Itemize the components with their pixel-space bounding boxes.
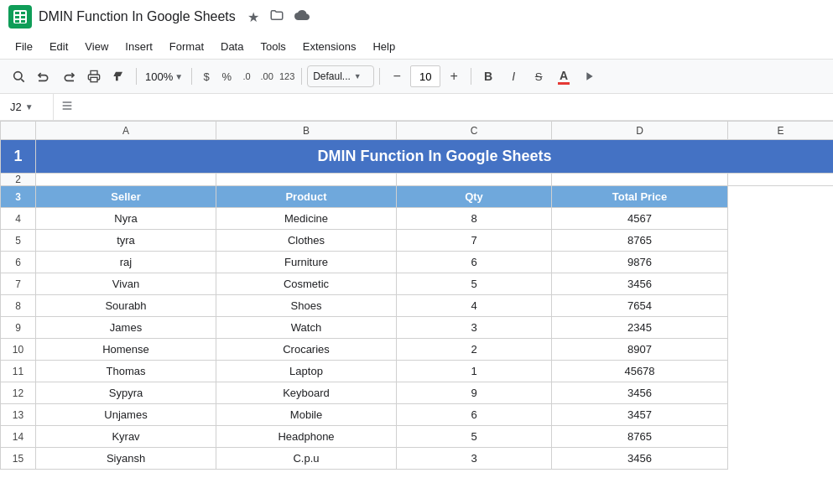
data-cell[interactable]: Cosmetic [216,273,397,295]
row-header[interactable]: 9 [1,317,36,339]
zoom-selector[interactable]: 100% ▼ [142,69,186,85]
row-header[interactable]: 12 [1,382,36,404]
data-cell[interactable]: Kyrav [36,426,216,448]
decimal-increase-button[interactable]: .00 [258,65,276,88]
menu-edit[interactable]: Edit [43,38,75,55]
col-header-e[interactable]: E [728,122,834,140]
row-header[interactable]: 4 [1,208,36,230]
data-cell[interactable]: 5 [397,426,552,448]
data-cell[interactable]: Unjames [36,404,216,426]
undo-button[interactable] [32,65,55,88]
menu-file[interactable]: File [8,38,39,55]
data-cell[interactable]: Shoes [216,295,397,317]
col-header-d[interactable]: D [552,122,728,140]
data-cell[interactable]: Watch [216,317,397,339]
italic-button[interactable]: I [502,65,525,88]
data-cell[interactable]: 9 [397,382,552,404]
col-header-c[interactable]: C [397,122,552,140]
strikethrough-button[interactable]: S [527,65,550,88]
cell-ref-value[interactable]: J2 [10,101,22,113]
data-cell[interactable]: 9876 [552,252,728,273]
data-cell[interactable]: Nyra [36,208,216,230]
data-cell[interactable]: Homense [36,339,216,361]
data-cell[interactable]: Siyansh [36,448,216,470]
font-selector[interactable]: Defaul... ▼ [307,65,374,87]
data-cell[interactable]: 3 [397,448,552,470]
empty-cell[interactable] [552,174,728,186]
search-button[interactable] [7,65,30,88]
menu-view[interactable]: View [78,38,115,55]
text-color-button[interactable]: A [552,65,575,88]
data-cell[interactable]: Headphone [216,426,397,448]
data-cell[interactable]: 3457 [552,404,728,426]
data-cell[interactable]: James [36,317,216,339]
col-header-b[interactable]: B [216,122,397,140]
data-cell[interactable]: 8 [397,208,552,230]
redo-button[interactable] [57,65,81,88]
data-cell[interactable]: 1 [397,361,552,382]
col-header-a[interactable]: A [36,122,216,140]
data-cell[interactable]: C.p.u [216,448,397,470]
star-icon[interactable]: ★ [246,8,261,27]
data-cell[interactable]: 4 [397,295,552,317]
data-cell[interactable]: 2 [397,339,552,361]
percent-button[interactable]: % [217,65,236,88]
header-cell[interactable]: Qty [397,186,552,208]
row-header[interactable]: 13 [1,404,36,426]
data-cell[interactable]: 7 [397,230,552,252]
paint-format-button[interactable] [107,65,131,88]
row-header[interactable]: 7 [1,273,36,295]
menu-format[interactable]: Format [163,38,211,55]
data-cell[interactable]: 6 [397,404,552,426]
title-cell[interactable]: DMIN Function In Google Sheets [36,140,834,174]
menu-extensions[interactable]: Extensions [296,38,363,55]
row-header[interactable]: 6 [1,252,36,273]
menu-data[interactable]: Data [214,38,250,55]
data-cell[interactable]: Crocaries [216,339,397,361]
row-header[interactable]: 3 [1,186,36,208]
data-cell[interactable]: Medicine [216,208,397,230]
data-cell[interactable]: Laptop [216,361,397,382]
empty-cell[interactable] [397,174,552,186]
data-cell[interactable]: 8765 [552,426,728,448]
data-cell[interactable]: 7654 [552,295,728,317]
data-cell[interactable]: Keyboard [216,382,397,404]
row-header[interactable]: 1 [1,140,36,174]
row-header[interactable]: 14 [1,426,36,448]
row-header[interactable]: 2 [1,174,36,186]
data-cell[interactable]: 2345 [552,317,728,339]
data-cell[interactable]: 4567 [552,208,728,230]
data-cell[interactable]: raj [36,252,216,273]
format-123-button[interactable]: 123 [278,65,296,88]
data-cell[interactable]: Thomas [36,361,216,382]
header-cell[interactable]: Seller [36,186,216,208]
empty-cell[interactable] [216,174,397,186]
data-cell[interactable]: 6 [397,252,552,273]
bold-button[interactable]: B [476,65,500,88]
menu-tools[interactable]: Tools [253,38,292,55]
menu-help[interactable]: Help [366,38,402,55]
menu-insert[interactable]: Insert [118,38,159,55]
data-cell[interactable]: Mobile [216,404,397,426]
row-header[interactable]: 11 [1,361,36,382]
data-cell[interactable]: Clothes [216,230,397,252]
font-size-increase-button[interactable]: + [442,65,466,88]
header-cell[interactable]: Product [216,186,397,208]
row-header[interactable]: 15 [1,448,36,470]
empty-cell[interactable] [36,174,216,186]
data-cell[interactable]: 8765 [552,230,728,252]
font-size-decrease-button[interactable]: − [385,65,409,88]
data-cell[interactable]: 3456 [552,382,728,404]
data-cell[interactable]: 5 [397,273,552,295]
data-cell[interactable]: Sypyra [36,382,216,404]
data-cell[interactable]: 3456 [552,273,728,295]
row-header[interactable]: 8 [1,295,36,317]
data-cell[interactable]: 3 [397,317,552,339]
row-header[interactable]: 10 [1,339,36,361]
font-size-input[interactable] [410,65,440,87]
cell-ref-dropdown[interactable]: ▼ [25,102,34,112]
decimal-decrease-button[interactable]: .0 [237,65,256,88]
data-cell[interactable]: Sourabh [36,295,216,317]
data-cell[interactable]: 3456 [552,448,728,470]
data-cell[interactable]: tyra [36,230,216,252]
